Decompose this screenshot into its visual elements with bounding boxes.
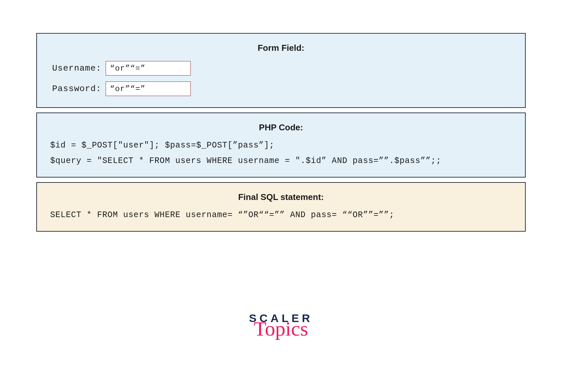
password-input[interactable] (106, 82, 191, 96)
password-row: Password: (52, 82, 513, 96)
username-input[interactable] (106, 61, 191, 76)
logo-subtitle: Topics (249, 322, 313, 336)
username-label: Username: (52, 63, 106, 73)
scaler-topics-logo: SCALER Topics (249, 312, 313, 336)
form-field-panel: Form Field: Username: Password: (36, 33, 526, 108)
php-code-panel: PHP Code: $id = $_POST["user"]; $pass=$_… (36, 113, 526, 178)
sql-panel-title: Final SQL statement: (49, 192, 513, 202)
php-panel-title: PHP Code: (49, 122, 513, 133)
php-code-line-1: $id = $_POST["user"]; $pass=$_POST[”pass… (50, 141, 513, 150)
sql-statement-line: SELECT * FROM users WHERE username= “”OR… (50, 210, 513, 220)
form-panel-title: Form Field: (49, 43, 513, 53)
username-row: Username: (52, 61, 513, 76)
php-code-line-2: $query = "SELECT * FROM users WHERE user… (50, 156, 513, 166)
password-label: Password: (52, 84, 106, 94)
sql-statement-panel: Final SQL statement: SELECT * FROM users… (36, 182, 526, 232)
